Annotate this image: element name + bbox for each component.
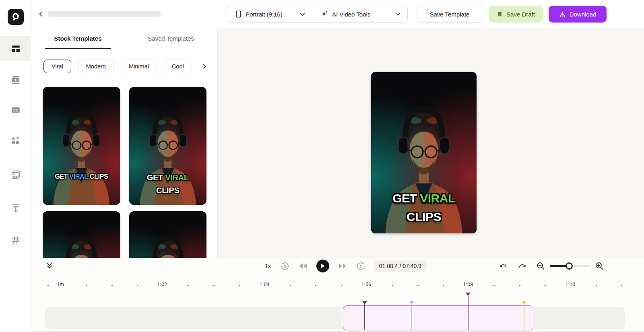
timeline-marker[interactable]	[466, 293, 471, 296]
video-preview[interactable]: GET VIRAL CLIPS	[371, 72, 477, 233]
sidebar-item-media[interactable]	[0, 165, 31, 184]
redo-button[interactable]	[518, 262, 526, 270]
ruler-tick-dot	[188, 285, 189, 286]
save-template-button[interactable]: Save Template	[417, 6, 482, 23]
marker-stem	[411, 304, 412, 330]
preview-caption[interactable]: GET VIRAL CLIPS	[371, 189, 477, 227]
template-caption: GET VIRAL CLIPS	[43, 173, 120, 180]
zoom-in-button[interactable]	[595, 262, 604, 270]
filter-chip-viral[interactable]: Viral	[43, 60, 71, 73]
sidebar-item-hashtags[interactable]	[0, 231, 31, 250]
svg-text:CC: CC	[13, 109, 18, 112]
next-button[interactable]	[338, 262, 347, 270]
timeline-panel: 1x 5	[31, 258, 644, 332]
template-card-viral-green[interactable]: GET VIRAL CLIPS	[129, 87, 207, 205]
ruler-tick-dot	[519, 285, 520, 286]
hashtag-icon	[10, 235, 21, 245]
sidebar-item-clips[interactable]	[0, 70, 31, 89]
timeline-divider	[31, 303, 644, 303]
double-chevron-down-icon	[45, 262, 54, 270]
ruler-tick-dot	[86, 285, 87, 286]
download-button[interactable]: Download	[549, 6, 607, 23]
ruler-tick-dot	[213, 285, 215, 286]
save-draft-button[interactable]: Save Draft	[489, 6, 543, 23]
skip-forward-5s-button[interactable]: 5	[356, 261, 366, 271]
ruler-time-label: 1:02	[157, 282, 167, 287]
ai-video-tools-dropdown[interactable]: AI Video Tools	[312, 6, 407, 22]
preview-canvas: GET VIRAL CLIPS	[218, 28, 644, 258]
timecode-display: 01:08.4 / 07:40.9	[374, 260, 427, 272]
previous-button[interactable]	[299, 262, 308, 270]
svg-text:5: 5	[359, 264, 361, 268]
timeline-track[interactable]	[45, 307, 625, 329]
sidebar-item-elements[interactable]	[0, 131, 31, 150]
ruler-time-label: 1m	[57, 282, 64, 287]
rewind-5-icon: 5	[280, 261, 290, 271]
download-label: Download	[570, 11, 597, 18]
template-caption: GET VIRAL CLIPS	[129, 171, 207, 197]
tab-stock-templates[interactable]: Stock Templates	[31, 28, 124, 49]
sidebar-item-templates[interactable]	[0, 36, 31, 61]
project-title-skeleton	[47, 11, 161, 17]
template-thumbnail-art	[43, 211, 120, 258]
ruler-time-label: 1:08	[463, 282, 473, 287]
sidebar-item-text[interactable]	[0, 198, 31, 218]
play-icon	[320, 263, 325, 269]
tab-saved-templates[interactable]: Saved Templates	[124, 28, 217, 49]
timeline-clip[interactable]	[343, 305, 533, 330]
back-chevron-icon	[37, 10, 45, 18]
ruler-time-label: 1:06	[361, 282, 371, 287]
ruler-tick-dot	[111, 285, 113, 286]
portrait-phone-icon	[235, 10, 242, 18]
opusclip-logo-icon	[10, 12, 21, 22]
svg-text:5: 5	[284, 264, 286, 268]
ai-video-tools-label: AI Video Tools	[332, 11, 370, 18]
template-thumbnail-art	[129, 211, 207, 258]
aspect-ratio-label: Portrait (9:16)	[246, 11, 283, 18]
transport-controls: 1x 5	[265, 258, 427, 274]
toolbar-dropdowns: Portrait (9:16) AI Video Tools	[227, 6, 408, 23]
timeline-marker[interactable]	[522, 301, 526, 305]
timeline-marker[interactable]	[409, 301, 414, 305]
filter-chip-cool[interactable]: Cool	[164, 60, 192, 73]
timeline-ruler[interactable]: 1m1:021:041:061:081:10	[31, 279, 644, 291]
ruler-tick-dot	[493, 285, 495, 286]
app-logo[interactable]	[8, 9, 24, 25]
chevron-right-icon	[202, 64, 207, 69]
filters-scroll-right-button[interactable]	[200, 62, 208, 70]
play-button[interactable]	[316, 260, 329, 272]
filter-chip-modern[interactable]: Modern	[78, 60, 114, 73]
fast-backward-icon	[299, 262, 308, 270]
ruler-tick-dot	[239, 285, 240, 286]
ruler-tick-dot	[545, 285, 546, 286]
timeline-marker[interactable]	[362, 301, 367, 305]
marker-stem	[468, 296, 469, 330]
marker-stem	[364, 304, 365, 330]
collapse-timeline-button[interactable]	[44, 261, 55, 271]
template-thumbnail-art	[43, 87, 120, 205]
zoom-out-button[interactable]	[536, 262, 545, 270]
skip-back-5s-button[interactable]: 5	[280, 261, 290, 271]
aspect-ratio-dropdown[interactable]: Portrait (9:16)	[227, 6, 312, 22]
save-template-label: Save Template	[430, 11, 470, 18]
ruler-tick-dot	[392, 285, 393, 286]
fast-forward-icon	[338, 262, 347, 270]
filter-chip-minimal[interactable]: Minimal	[121, 60, 157, 73]
timeline-zoom-slider[interactable]	[550, 262, 590, 270]
back-button[interactable]	[36, 9, 46, 19]
panel-tabs: Stock Templates Saved Templates	[31, 28, 217, 49]
undo-button[interactable]	[499, 262, 508, 270]
download-icon	[559, 11, 566, 18]
template-card-partial[interactable]	[129, 211, 207, 258]
chevron-down-icon	[299, 11, 305, 17]
slider-knob[interactable]	[566, 262, 573, 270]
playback-speed-button[interactable]: 1x	[265, 263, 271, 269]
ruler-tick-dot	[621, 285, 622, 286]
ruler-tick-dot	[290, 285, 291, 286]
ruler-tick-dot	[341, 285, 342, 286]
template-card-partial[interactable]	[43, 211, 120, 258]
template-card-viral-blue[interactable]: GET VIRAL CLIPS	[43, 87, 120, 205]
sidebar-item-captions[interactable]: CC	[0, 100, 31, 120]
ruler-tick-dot	[137, 285, 138, 286]
forward-5-icon: 5	[356, 261, 366, 271]
